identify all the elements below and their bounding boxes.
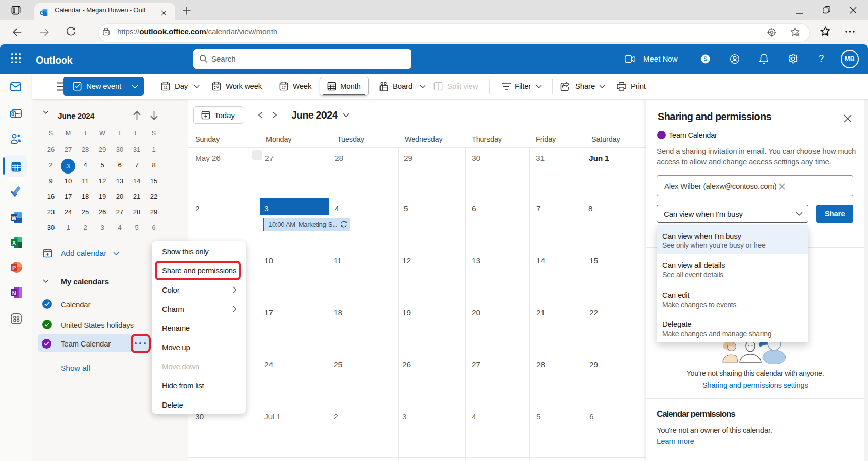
- svg-text:W: W: [12, 215, 17, 221]
- svg-text:P: P: [12, 265, 16, 271]
- svg-text:N: N: [12, 290, 16, 296]
- svg-text:11: 11: [164, 85, 167, 90]
- svg-text:17: 17: [282, 85, 286, 90]
- svg-text:X: X: [12, 240, 16, 246]
